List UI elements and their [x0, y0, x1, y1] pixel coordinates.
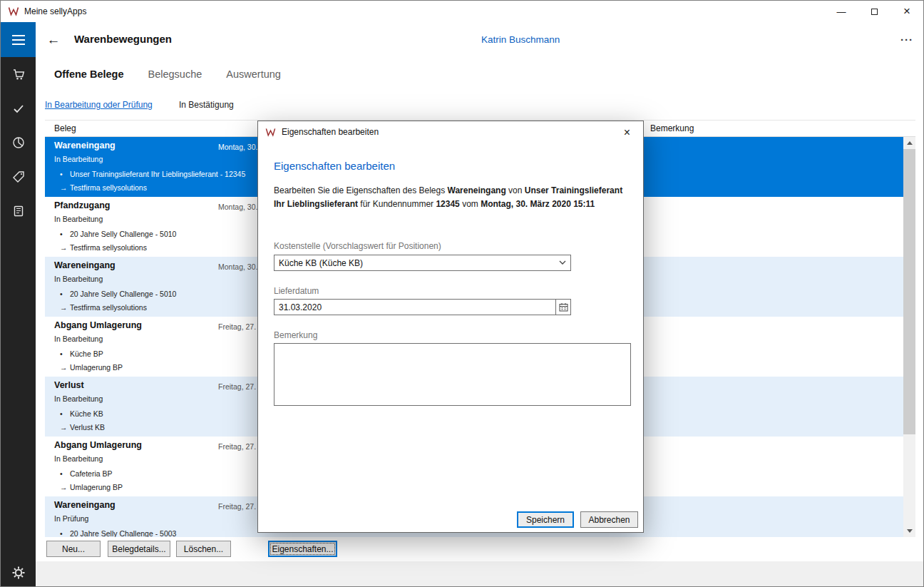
tag-icon [12, 170, 25, 183]
tab-bar: Offene Belege Belegsuche Auswertung [54, 68, 281, 80]
row-title: Wareneingang [54, 500, 115, 510]
row-line: →Verlust KB [60, 421, 105, 434]
vertical-scrollbar[interactable] [903, 137, 915, 537]
lieferdatum-input[interactable] [274, 300, 555, 315]
sidebar-item-reports[interactable] [1, 126, 36, 160]
row-line: •Unser Trainingslieferant Ihr Lieblingsl… [60, 168, 245, 181]
properties-button[interactable]: Eigenschaften... [268, 541, 337, 557]
back-button[interactable]: ← [45, 31, 62, 49]
bemerkung-label: Bemerkung [274, 330, 317, 340]
pie-chart-icon [12, 136, 25, 149]
sidebar [1, 22, 36, 586]
user-name: Katrin Buschmann [481, 34, 560, 45]
maximize-button[interactable] [858, 1, 890, 22]
triangle-down-icon [907, 529, 913, 533]
row-status: In Bearbeitung [54, 335, 103, 343]
sidebar-item-settings[interactable] [1, 566, 36, 580]
lieferdatum-label: Lieferdatum [274, 286, 319, 296]
row-lines: •Küche KB→Verlust KB [60, 407, 105, 434]
window-title: Meine sellyApps [24, 1, 86, 22]
row-line: →Umlagerung BP [60, 481, 123, 494]
row-line: •Küche KB [60, 407, 105, 421]
new-button[interactable]: Neu... [46, 541, 101, 557]
scroll-up-button[interactable] [903, 137, 915, 149]
delete-button[interactable]: Löschen... [176, 541, 231, 557]
row-title: Verlust [54, 380, 84, 390]
row-line: •Küche BP [60, 347, 123, 361]
book-icon [12, 205, 25, 218]
dialog-heading: Eigenschaften bearbeiten [274, 160, 395, 172]
row-status: In Bearbeitung [54, 215, 103, 223]
dialog-title: Eigenschaften bearbeiten [282, 121, 379, 143]
sidebar-items [1, 57, 36, 228]
ellipsis-icon: ··· [900, 34, 913, 46]
sidebar-item-catalog[interactable] [1, 194, 36, 228]
lieferdatum-field [274, 299, 571, 315]
row-status: In Bearbeitung [54, 454, 103, 463]
footer-strip [36, 561, 923, 586]
gear-icon [11, 566, 26, 580]
app-icon [8, 6, 19, 17]
tab-offene-belege[interactable]: Offene Belege [54, 68, 124, 80]
triangle-up-icon [907, 141, 913, 145]
subtab-in-bestaetigung[interactable]: In Bestätigung [179, 100, 234, 110]
row-status: In Prüfung [54, 514, 88, 523]
cart-icon [12, 68, 25, 81]
dialog-titlebar: Eigenschaften bearbeiten × [258, 121, 643, 143]
app-window: Meine sellyApps — × [0, 0, 924, 587]
dialog-description: Bearbeiten Sie die Eigenschaften des Bel… [274, 184, 632, 210]
row-line: •20 Jahre Selly Challenge - 5010 [60, 228, 176, 241]
hamburger-icon [12, 35, 25, 36]
row-line: →Testfirma sellysolutions [60, 241, 176, 255]
details-button[interactable]: Belegdetails... [108, 541, 170, 557]
tab-belegsuche[interactable]: Belegsuche [148, 68, 202, 80]
column-header-bemerkung: Bemerkung [650, 123, 694, 133]
maximize-icon [871, 9, 878, 15]
row-lines: •20 Jahre Selly Challenge - 5010→Testfir… [60, 228, 176, 255]
close-icon: × [903, 4, 910, 19]
calendar-button[interactable] [555, 300, 570, 315]
scrollbar-thumb[interactable] [903, 149, 915, 434]
properties-dialog: Eigenschaften bearbeiten × Eigenschaften… [257, 121, 644, 533]
close-icon: × [624, 126, 630, 139]
close-button[interactable]: × [890, 1, 923, 22]
row-title: Abgang Umlagerung [54, 440, 142, 450]
row-title: Abgang Umlagerung [54, 320, 142, 330]
cancel-button[interactable]: Abbrechen [580, 511, 638, 528]
column-header-beleg: Beleg [54, 123, 76, 133]
row-line: •20 Jahre Selly Challenge - 5003 [60, 527, 176, 537]
calendar-icon [559, 302, 568, 312]
save-button[interactable]: Speichern [517, 511, 574, 528]
dialog-close-button[interactable]: × [611, 121, 643, 143]
row-lines: •20 Jahre Selly Challenge - 5010→Testfir… [60, 287, 176, 315]
row-status: In Bearbeitung [54, 155, 103, 163]
titlebar: Meine sellyApps — × [1, 1, 923, 22]
row-title: Wareneingang [54, 260, 115, 270]
chevron-down-icon [555, 260, 570, 265]
back-icon: ← [47, 32, 61, 47]
sidebar-item-prices[interactable] [1, 160, 36, 194]
subtab-in-bearbeitung[interactable]: In Bearbeitung oder Prüfung [45, 100, 153, 110]
hamburger-menu-button[interactable] [1, 22, 36, 57]
tab-auswertung[interactable]: Auswertung [226, 68, 281, 80]
row-title: Wareneingang [54, 141, 115, 150]
more-menu-button[interactable]: ··· [896, 32, 918, 49]
row-line: •Cafeteria BP [60, 467, 123, 481]
kostenstelle-value: Küche KB (Küche KB) [274, 258, 555, 268]
row-line: →Testfirma sellysolutions [60, 301, 176, 315]
row-status: In Bearbeitung [54, 394, 103, 403]
kostenstelle-dropdown[interactable]: Küche KB (Küche KB) [274, 255, 571, 271]
window-controls: — × [825, 1, 923, 22]
sidebar-item-tasks[interactable] [1, 91, 36, 126]
bemerkung-textarea[interactable] [274, 343, 631, 406]
row-line: →Umlagerung BP [60, 361, 123, 374]
row-lines: •20 Jahre Selly Challenge - 5003 [60, 527, 176, 537]
sidebar-item-cart[interactable] [1, 57, 36, 91]
checkmark-icon [12, 102, 25, 115]
row-lines: •Unser Trainingslieferant Ihr Lieblingsl… [60, 168, 245, 195]
minimize-button[interactable]: — [825, 1, 858, 22]
kostenstelle-label: Kostenstelle (Vorschlagswert für Positio… [274, 241, 441, 251]
scroll-down-button[interactable] [903, 525, 915, 537]
row-line: •20 Jahre Selly Challenge - 5010 [60, 287, 176, 301]
row-title: Pfandzugang [54, 200, 110, 210]
